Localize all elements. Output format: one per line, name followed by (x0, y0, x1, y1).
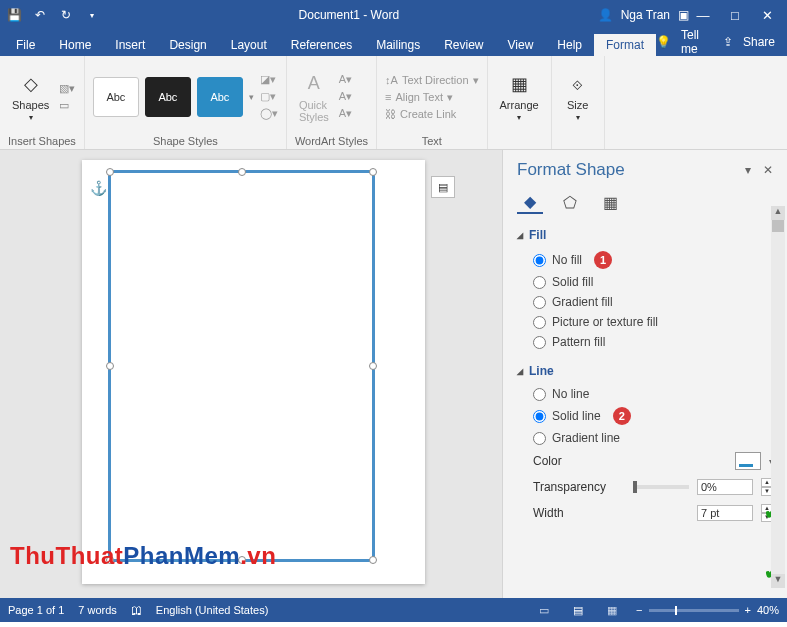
quick-styles-button[interactable]: A Quick Styles (295, 69, 333, 125)
effects-tab-icon[interactable]: ⬠ (557, 190, 583, 214)
web-layout-icon[interactable]: ▦ (602, 604, 622, 617)
print-layout-icon[interactable]: ▤ (568, 604, 588, 617)
tab-help[interactable]: Help (545, 34, 594, 56)
radio-solid-fill[interactable]: Solid fill (517, 272, 773, 292)
fill-line-tab-icon[interactable]: ◆ (517, 190, 543, 214)
layout-options-icon[interactable]: ▤ (431, 176, 455, 198)
shape-style-1[interactable]: Abc (93, 77, 139, 117)
undo-icon[interactable]: ↶ (32, 8, 48, 22)
shape-outline-icon[interactable]: ▢▾ (260, 90, 278, 103)
tab-insert[interactable]: Insert (103, 34, 157, 56)
style-gallery-more[interactable]: ▾ (249, 92, 254, 102)
pane-scrollbar[interactable]: ▲ ▼ (771, 206, 785, 588)
layout-properties-tab-icon[interactable]: ▦ (597, 190, 623, 214)
maximize-button[interactable]: □ (721, 8, 749, 23)
document-viewport[interactable]: ⚓ ▤ ThuThuatPhanMem.vn (0, 150, 502, 598)
tab-references[interactable]: References (279, 34, 364, 56)
scroll-up-icon[interactable]: ▲ (771, 206, 785, 220)
radio-gradient-fill[interactable]: Gradient fill (517, 292, 773, 312)
minimize-button[interactable]: — (689, 8, 717, 23)
ribbon-display-icon[interactable]: ▣ (678, 8, 689, 22)
text-outline-icon[interactable]: A▾ (339, 90, 352, 103)
radio-no-fill[interactable]: No fill 1 (517, 248, 773, 272)
radio-pattern-fill-input[interactable] (533, 336, 546, 349)
arrange-button[interactable]: ▦ Arrange ▾ (496, 69, 543, 124)
tab-design[interactable]: Design (157, 34, 218, 56)
shape-style-3[interactable]: Abc (197, 77, 243, 117)
tab-home[interactable]: Home (47, 34, 103, 56)
tab-layout[interactable]: Layout (219, 34, 279, 56)
tab-format[interactable]: Format (594, 34, 656, 56)
qat-dropdown-icon[interactable]: ▾ (84, 11, 100, 20)
radio-gradient-line-input[interactable] (533, 432, 546, 445)
tab-file[interactable]: File (4, 34, 47, 56)
size-icon: ⟐ (564, 71, 592, 97)
pane-close-icon[interactable]: ✕ (763, 163, 773, 177)
watermark-part-1: ThuThuat (10, 542, 123, 569)
group-label-text: Text (385, 133, 478, 147)
radio-gradient-fill-input[interactable] (533, 296, 546, 309)
shape-fill-icon[interactable]: ◪▾ (260, 73, 278, 86)
chevron-down-icon: ▾ (517, 113, 521, 122)
section-line[interactable]: Line (517, 364, 773, 378)
radio-solid-line[interactable]: Solid line 2 (517, 404, 773, 428)
radio-no-fill-input[interactable] (533, 254, 546, 267)
radio-picture-fill[interactable]: Picture or texture fill (517, 312, 773, 332)
resize-handle-se[interactable] (369, 556, 377, 564)
text-fill-icon[interactable]: A▾ (339, 73, 352, 86)
status-words[interactable]: 7 words (78, 604, 117, 616)
status-page[interactable]: Page 1 of 1 (8, 604, 64, 616)
tab-mailings[interactable]: Mailings (364, 34, 432, 56)
group-shape-styles: Abc Abc Abc ▾ ◪▾ ▢▾ ◯▾ Shape Styles (85, 56, 287, 149)
scroll-down-icon[interactable]: ▼ (771, 574, 785, 588)
zoom-slider[interactable] (649, 609, 739, 612)
create-link-button[interactable]: ⛓Create Link (385, 108, 478, 120)
share-button[interactable]: Share (743, 35, 775, 49)
radio-no-line-input[interactable] (533, 388, 546, 401)
zoom-in-button[interactable]: + (745, 604, 751, 616)
color-picker[interactable] (735, 452, 761, 470)
resize-handle-e[interactable] (369, 362, 377, 370)
align-text-label: Align Text (395, 91, 443, 103)
size-button[interactable]: ⟐ Size ▾ (560, 69, 596, 124)
align-text-button[interactable]: ≡Align Text▾ (385, 91, 478, 104)
edit-shape-icon[interactable]: ▧▾ (59, 82, 75, 95)
status-language[interactable]: English (United States) (156, 604, 269, 616)
user-avatar-icon[interactable]: 👤 (598, 8, 613, 22)
tab-review[interactable]: Review (432, 34, 495, 56)
zoom-out-button[interactable]: − (636, 604, 642, 616)
tab-view[interactable]: View (496, 34, 546, 56)
transparency-field[interactable]: 0% (697, 479, 753, 495)
radio-pattern-fill[interactable]: Pattern fill (517, 332, 773, 352)
resize-handle-w[interactable] (106, 362, 114, 370)
text-box-icon[interactable]: ▭ (59, 99, 75, 112)
shape-effects-icon[interactable]: ◯▾ (260, 107, 278, 120)
zoom-level[interactable]: 40% (757, 604, 779, 616)
spellcheck-icon[interactable]: 🕮 (131, 604, 142, 616)
resize-handle-ne[interactable] (369, 168, 377, 176)
resize-handle-nw[interactable] (106, 168, 114, 176)
radio-picture-fill-input[interactable] (533, 316, 546, 329)
resize-handle-n[interactable] (238, 168, 246, 176)
tell-me[interactable]: Tell me (681, 28, 713, 56)
selected-rectangle-shape[interactable] (108, 170, 375, 562)
read-mode-icon[interactable]: ▭ (534, 604, 554, 617)
text-effects-icon[interactable]: A▾ (339, 107, 352, 120)
save-icon[interactable]: 💾 (6, 8, 22, 22)
radio-gradient-line[interactable]: Gradient line (517, 428, 773, 448)
radio-no-line[interactable]: No line (517, 384, 773, 404)
shape-style-2[interactable]: Abc (145, 77, 191, 117)
shapes-button[interactable]: ◇ Shapes ▾ (8, 69, 53, 124)
quick-styles-icon: A (300, 71, 328, 97)
section-fill[interactable]: Fill (517, 228, 773, 242)
text-direction-button[interactable]: ↕AText Direction▾ (385, 74, 478, 87)
anchor-icon[interactable]: ⚓ (90, 180, 107, 196)
scroll-thumb[interactable] (772, 220, 784, 232)
radio-solid-line-input[interactable] (533, 410, 546, 423)
close-button[interactable]: ✕ (753, 8, 781, 23)
radio-solid-fill-input[interactable] (533, 276, 546, 289)
width-field[interactable]: 7 pt (697, 505, 753, 521)
redo-icon[interactable]: ↻ (58, 8, 74, 22)
pane-options-icon[interactable]: ▾ (745, 163, 751, 177)
transparency-slider[interactable] (633, 485, 689, 489)
